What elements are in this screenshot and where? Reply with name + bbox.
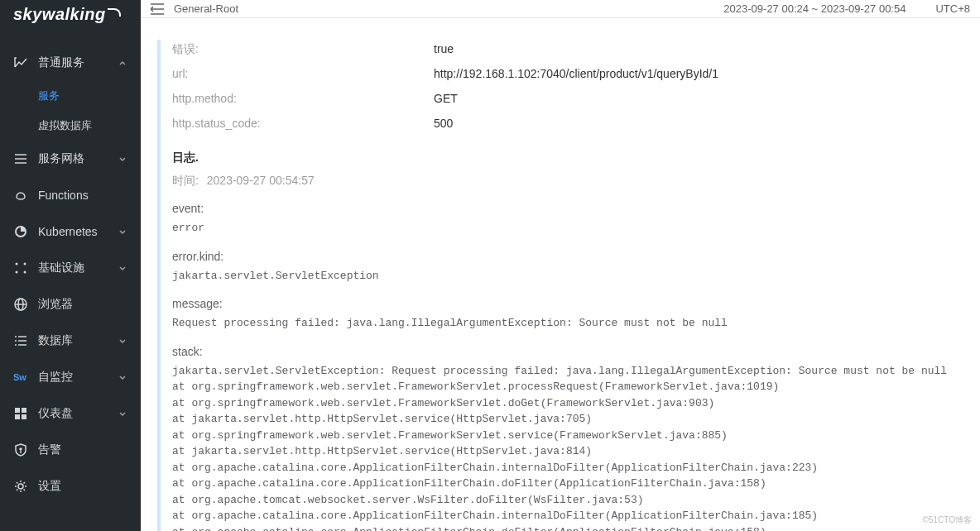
chevron-down-icon (118, 154, 127, 164)
nav-label: 基础设施 (38, 261, 84, 275)
content: 错误:trueurl:http://192.168.1.102:7040/cli… (141, 18, 980, 531)
sidebar-item-1[interactable]: 服务网格 (0, 141, 141, 177)
message-value: Request processing failed: java.lang.Ill… (172, 315, 967, 332)
nav-label: Kubernetes (38, 225, 98, 238)
sidebar-item-5[interactable]: 浏览器 (0, 286, 141, 323)
detail-key: 错误: (172, 40, 434, 58)
logo-text: skywalking (13, 5, 106, 24)
detail-value: 500 (434, 114, 453, 132)
detail-key: http.method: (172, 89, 434, 108)
chevron-down-icon (118, 263, 127, 273)
sidebar-toggle-button[interactable] (151, 3, 164, 15)
main: General-Root 2023-09-27 00:24 ~ 2023-09-… (141, 0, 980, 531)
sidebar-item-2[interactable]: Functions (0, 177, 141, 213)
header: General-Root 2023-09-27 00:24 ~ 2023-09-… (141, 0, 980, 18)
message-label: message: (172, 297, 967, 310)
logo-tail-icon (108, 8, 121, 17)
nav-icon (13, 188, 28, 203)
stack-value: jakarta.servlet.ServletException: Reques… (172, 363, 967, 532)
nav-label: 设置 (38, 479, 61, 494)
nav-label: Functions (38, 189, 89, 202)
sidebar-subitem-0-1[interactable]: 虚拟数据库 (0, 111, 141, 141)
sidebar-item-6[interactable]: 数据库 (0, 323, 141, 359)
svg-point-3 (16, 263, 18, 266)
event-value: error (172, 220, 967, 237)
nav-label: 仪表盘 (38, 406, 73, 421)
svg-text:Sw: Sw (13, 372, 26, 382)
nav-icon (13, 333, 28, 348)
nav-label: 数据库 (38, 333, 73, 348)
sidebar-subitem-0-0[interactable]: 服务 (0, 81, 141, 111)
nav-label: 服务网格 (38, 151, 84, 166)
sidebar-item-0[interactable]: 普通服务 (0, 45, 141, 81)
sidebar-item-3[interactable]: Kubernetes (0, 213, 141, 250)
sidebar: skywalking 普通服务服务虚拟数据库服务网格FunctionsKuber… (0, 0, 141, 531)
nav-icon (13, 406, 28, 421)
svg-point-6 (24, 271, 26, 274)
logs-title: 日志. (172, 151, 967, 165)
chevron-down-icon (118, 409, 127, 419)
nav-icon (13, 151, 28, 166)
logs-time: 时间: 2023-09-27 00:54:57 (172, 174, 967, 189)
sidebar-item-10[interactable]: 设置 (0, 468, 141, 505)
chevron-down-icon (118, 336, 127, 346)
svg-rect-19 (15, 414, 20, 419)
nav-icon (13, 479, 28, 494)
svg-point-4 (24, 263, 26, 266)
error-kind-label: error.kind: (172, 250, 967, 263)
nav-label: 告警 (38, 442, 61, 457)
stack-label: stack: (172, 345, 967, 358)
detail-key: http.status_code: (172, 114, 434, 132)
chevron-down-icon (118, 227, 127, 237)
event-label: event: (172, 202, 967, 215)
watermark: ©51CTO博客 (923, 514, 972, 526)
detail-key: url: (172, 65, 434, 83)
nav-label: 普通服务 (38, 55, 84, 70)
nav-icon (13, 224, 28, 239)
detail-row-3: http.status_code:500 (172, 114, 967, 132)
nav-icon (13, 442, 28, 457)
nav-icon (13, 297, 28, 312)
nav: 普通服务服务虚拟数据库服务网格FunctionsKubernetes基础设施浏览… (0, 36, 141, 505)
svg-rect-18 (22, 408, 26, 413)
sidebar-item-8[interactable]: 仪表盘 (0, 395, 141, 432)
menu-indent-icon (151, 3, 164, 15)
sidebar-item-7[interactable]: Sw自监控 (0, 359, 141, 395)
nav-icon (13, 261, 28, 275)
svg-point-5 (16, 271, 18, 274)
chevron-down-icon (118, 372, 127, 382)
chevron-up-icon (118, 58, 127, 68)
svg-point-23 (18, 484, 23, 489)
time-range[interactable]: 2023-09-27 00:24 ~ 2023-09-27 00:54 (723, 2, 906, 15)
logo: skywalking (0, 0, 141, 36)
detail-value: GET (434, 89, 458, 108)
svg-rect-17 (15, 408, 20, 413)
detail-value: http://192.168.1.102:7040/client/product… (434, 65, 718, 83)
nav-icon (13, 55, 28, 70)
breadcrumb: General-Root (174, 2, 723, 15)
timezone[interactable]: UTC+8 (935, 2, 970, 15)
detail-card: 错误:trueurl:http://192.168.1.102:7040/cli… (157, 40, 967, 531)
nav-label: 浏览器 (38, 297, 73, 312)
detail-row-2: http.method:GET (172, 89, 967, 108)
nav-label: 自监控 (38, 370, 73, 385)
svg-point-21 (20, 448, 22, 450)
detail-row-1: url:http://192.168.1.102:7040/client/pro… (172, 65, 967, 83)
sidebar-item-9[interactable]: 告警 (0, 432, 141, 468)
svg-rect-20 (22, 414, 26, 419)
sidebar-item-4[interactable]: 基础设施 (0, 250, 141, 286)
error-kind-value: jakarta.servlet.ServletException (172, 268, 967, 285)
nav-icon: Sw (13, 370, 28, 385)
detail-value: true (434, 40, 454, 58)
detail-row-0: 错误:true (172, 40, 967, 58)
